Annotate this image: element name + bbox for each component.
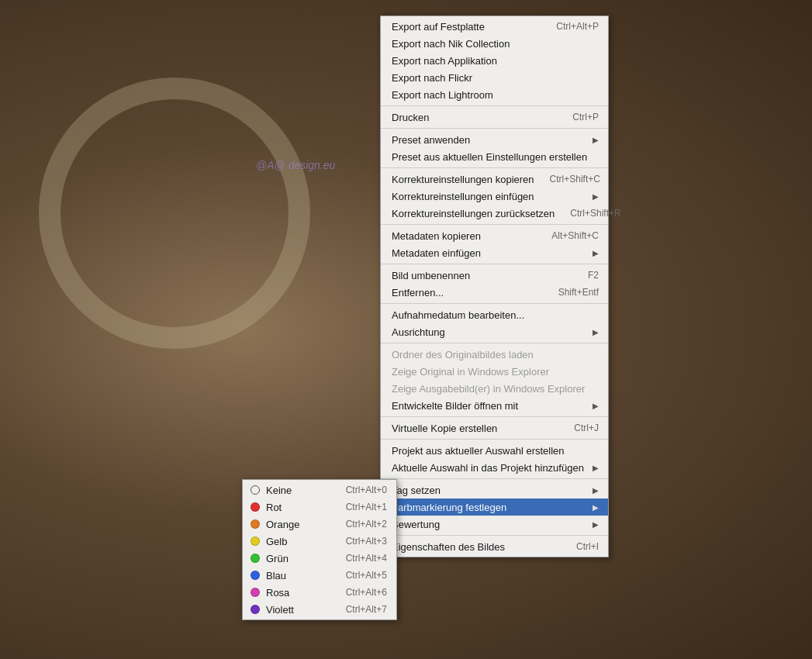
menu-item-label: Drucken [392, 112, 557, 123]
menu-item-meta-kopieren[interactable]: Metadaten kopierenAlt+Shift+C [381, 227, 608, 244]
menu-item-label: Bild umbenennen [392, 270, 572, 281]
menu-item-meta-einfuegen[interactable]: Metadaten einfügen▶ [381, 244, 608, 261]
color-item-blau[interactable]: BlauCtrl+Alt+5 [243, 567, 396, 584]
menu-separator [381, 224, 608, 225]
color-shortcut: Ctrl+Alt+1 [346, 502, 387, 512]
menu-item-projekt-erstellen[interactable]: Projekt aus aktueller Auswahl erstellen [381, 442, 608, 459]
menu-item-export-applikation[interactable]: Export nach Applikation [381, 52, 608, 69]
menu-item-farbmarkierung[interactable]: Farbmarkierung festlegen▶ [381, 499, 608, 516]
menu-item-label: Ordner des Originalbildes laden [392, 349, 599, 361]
color-shortcut: Ctrl+Alt+4 [346, 553, 387, 564]
menu-item-export-lightroom[interactable]: Export nach Lightroom [381, 86, 608, 103]
menu-item-projekt-hinzufuegen[interactable]: Aktuelle Auswahl in das Projekt hinzufüg… [381, 459, 608, 476]
menu-separator [381, 478, 608, 479]
menu-item-export-nik[interactable]: Export nach Nik Collection [381, 35, 608, 52]
color-item-rosa[interactable]: RosaCtrl+Alt+6 [243, 584, 396, 601]
menu-item-bewertung[interactable]: Bewertung▶ [381, 516, 608, 533]
submenu-arrow-icon: ▶ [593, 503, 599, 512]
menu-item-label: Preset anwenden [392, 134, 588, 146]
color-dot-blau [251, 571, 260, 580]
menu-separator [381, 128, 608, 129]
color-shortcut: Ctrl+Alt+2 [346, 519, 387, 530]
color-shortcut: Ctrl+Alt+7 [346, 604, 387, 615]
color-item-keine[interactable]: KeineCtrl+Alt+0 [243, 481, 396, 499]
steering-wheel-decoration [39, 78, 310, 349]
menu-item-korr-kopieren[interactable]: Korrektureinstellungen kopierenCtrl+Shif… [381, 171, 608, 188]
menu-item-label: Korrektureinstellungen einfügen [392, 191, 588, 202]
color-item-orange[interactable]: OrangeCtrl+Alt+2 [243, 516, 396, 533]
submenu-arrow-icon: ▶ [593, 136, 599, 144]
color-label: Violett [266, 604, 340, 616]
menu-item-label: Zeige Ausgabebild(er) in Windows Explore… [392, 383, 599, 395]
menu-item-label: Metadaten einfügen [392, 247, 588, 259]
menu-separator [381, 264, 608, 264]
color-shortcut: Ctrl+Alt+0 [346, 485, 387, 495]
menu-item-shortcut: Ctrl+Alt+P [556, 21, 599, 32]
menu-item-korr-einfuegen[interactable]: Korrektureinstellungen einfügen▶ [381, 188, 608, 205]
menu-item-shortcut: Ctrl+Shift+R [570, 208, 620, 219]
menu-item-korr-zuruecksetzen[interactable]: Korrektureinstellungen zurücksetzenCtrl+… [381, 205, 608, 222]
menu-item-label: Export nach Applikation [392, 55, 599, 67]
menu-item-label: Export nach Nik Collection [392, 38, 599, 50]
color-label: Keine [266, 485, 340, 496]
menu-item-label: Export nach Flickr [392, 72, 599, 84]
menu-item-label: Ausrichtung [392, 326, 588, 338]
menu-item-eigenschaften[interactable]: Eigenschaften des BildesCtrl+I [381, 538, 608, 555]
submenu-arrow-icon: ▶ [593, 402, 599, 410]
color-item-gruen[interactable]: GrünCtrl+Alt+4 [243, 550, 396, 567]
color-label: Gelb [266, 536, 340, 547]
menu-item-preset-erstellen[interactable]: Preset aus aktuellen Einstellungen erste… [381, 148, 608, 165]
menu-separator [381, 105, 608, 106]
menu-item-preset-anwenden[interactable]: Preset anwenden▶ [381, 131, 608, 148]
menu-item-export-festplatte[interactable]: Export auf FestplatteCtrl+Alt+P [381, 18, 608, 35]
color-item-gelb[interactable]: GelbCtrl+Alt+3 [243, 533, 396, 550]
menu-separator [381, 416, 608, 417]
menu-item-label: Preset aus aktuellen Einstellungen erste… [392, 151, 599, 163]
color-dot-orange [251, 519, 260, 529]
menu-item-shortcut: Shift+Entf [558, 287, 599, 298]
menu-item-entfernen[interactable]: Entfernen...Shift+Entf [381, 284, 608, 301]
menu-item-label: Projekt aus aktueller Auswahl erstellen [392, 445, 599, 457]
color-dot-rot [251, 502, 260, 512]
menu-separator [381, 167, 608, 168]
menu-item-ordner-laden: Ordner des Originalbildes laden [381, 346, 608, 363]
color-label: Rot [266, 502, 340, 513]
menu-item-label: Zeige Original in Windows Explorer [392, 366, 599, 378]
color-label: Rosa [266, 587, 340, 599]
menu-item-shortcut: Ctrl+P [572, 112, 599, 122]
menu-item-zeige-ausgabe: Zeige Ausgabebild(er) in Windows Explore… [381, 380, 608, 397]
color-label: Orange [266, 519, 340, 530]
menu-item-shortcut: Ctrl+J [574, 423, 599, 433]
menu-item-label: Entwickelte Bilder öffnen mit [392, 400, 588, 412]
menu-item-export-flickr[interactable]: Export nach Flickr [381, 69, 608, 86]
color-shortcut: Ctrl+Alt+3 [346, 536, 387, 547]
menu-item-shortcut: F2 [588, 270, 599, 281]
menu-item-shortcut: Ctrl+I [576, 541, 599, 552]
menu-item-ausrichtung[interactable]: Ausrichtung▶ [381, 323, 608, 340]
menu-separator [381, 303, 608, 304]
menu-item-label: Metadaten kopieren [392, 230, 536, 242]
menu-item-tag-setzen[interactable]: Tag setzen▶ [381, 481, 608, 499]
menu-item-bild-umbenennen[interactable]: Bild umbenennenF2 [381, 267, 608, 284]
color-dot-rosa [251, 588, 260, 597]
color-item-violett[interactable]: ViolettCtrl+Alt+7 [243, 601, 396, 618]
submenu-arrow-icon: ▶ [593, 520, 599, 529]
color-label: Blau [266, 570, 340, 581]
submenu-arrow-icon: ▶ [593, 249, 599, 257]
menu-item-shortcut: Ctrl+Shift+C [550, 174, 600, 185]
menu-item-label: Korrektureinstellungen kopieren [392, 174, 534, 185]
menu-item-label: Tag setzen [392, 485, 588, 496]
color-shortcut: Ctrl+Alt+5 [346, 570, 387, 581]
menu-item-label: Export nach Lightroom [392, 89, 599, 101]
color-dot-violett [251, 605, 260, 614]
color-dot-gruen [251, 554, 260, 563]
menu-item-virtuelle-kopie[interactable]: Virtuelle Kopie erstellenCtrl+J [381, 419, 608, 436]
color-item-rot[interactable]: RotCtrl+Alt+1 [243, 499, 396, 516]
menu-item-aufnahmedatum[interactable]: Aufnahmedatum bearbeiten... [381, 306, 608, 323]
menu-item-label: Farbmarkierung festlegen [392, 502, 588, 513]
menu-item-label: Entfernen... [392, 287, 543, 298]
menu-item-entwickelte-bilder[interactable]: Entwickelte Bilder öffnen mit▶ [381, 397, 608, 414]
menu-separator [381, 535, 608, 536]
menu-item-drucken[interactable]: DruckenCtrl+P [381, 109, 608, 126]
submenu-arrow-icon: ▶ [593, 464, 599, 472]
